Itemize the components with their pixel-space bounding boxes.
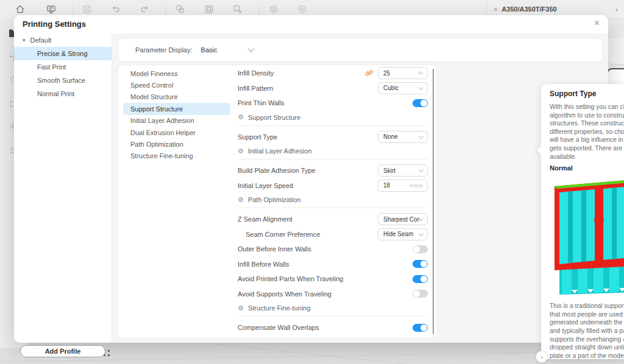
redo-icon[interactable] [139, 4, 150, 15]
collapse-right-panel-icon[interactable]: › [615, 5, 618, 14]
section-label: Structure Fine-tuning [248, 304, 311, 312]
nav-item-model-fineness[interactable]: Model Fineness [123, 68, 230, 79]
nav-item-dual-extrusion-helper[interactable]: Dual Extrusion Helper [123, 127, 230, 138]
setting-label: Avoid Printed Parts When Traveling [238, 275, 413, 282]
section-label: Support Structure [248, 114, 300, 121]
select-value: Skirt [383, 167, 395, 174]
toggle-knob [420, 261, 427, 267]
setting-label: Build Plate Adhesion Type [238, 167, 378, 174]
frame-select-icon[interactable] [204, 4, 214, 15]
setting-row-initial-layer-speed: Initial Layer Speed18mm/s [238, 178, 428, 194]
toggle-knob [420, 276, 427, 282]
z-seam-alignment-select[interactable]: Sharpest Corner [378, 213, 428, 225]
toggle-knob [420, 324, 427, 331]
outer-before-inner-walls-toggle[interactable] [413, 245, 428, 253]
parameter-display-value[interactable]: Basic [201, 46, 218, 54]
profile-group-default[interactable]: ▾ Default [14, 33, 112, 47]
setting-row-infill-pattern: Infill PatternCubic [238, 81, 428, 96]
tooltip-option-title: Normal [550, 164, 624, 172]
setting-label: Initial Layer Speed [238, 182, 378, 189]
avoid-printed-parts-when-traveling-toggle[interactable] [413, 275, 428, 283]
home-icon[interactable]: Home [15, 4, 26, 15]
tree-caret-icon[interactable]: ▾ [23, 37, 26, 43]
toolbar-divider [258, 4, 259, 14]
nav-item-structure-fine-tuning[interactable]: Structure Fine-tuning [123, 150, 230, 162]
background-panel-box [607, 37, 624, 65]
settings-card: Model FinenessSpeed ControlModel Structu… [118, 65, 438, 338]
add-profile-button[interactable]: Add Profile [20, 345, 105, 357]
machine-name: A350/A350T/F350 [502, 5, 557, 13]
unlink-icon[interactable] [365, 69, 374, 77]
nav-item-support-structure[interactable]: Support Structure [123, 103, 230, 114]
avoid-supports-when-traveling-toggle[interactable] [413, 290, 428, 298]
close-icon[interactable]: × [594, 18, 600, 28]
profile-list: Precise & StrongFast PrintSmooth Surface… [14, 47, 112, 100]
support-type-select[interactable]: None [378, 131, 428, 143]
undo-icon[interactable] [110, 4, 121, 15]
print-thin-walls-toggle[interactable] [413, 99, 428, 107]
setting-label: Z Seam Alignment [238, 215, 378, 223]
support-type-illustration [550, 173, 624, 297]
gear-icon: ⚙ [238, 197, 244, 203]
transform-icon[interactable] [232, 4, 243, 15]
build-plate-adhesion-type-select[interactable]: Skirt [378, 164, 428, 177]
profile-item-fast-print[interactable]: Fast Print [14, 60, 112, 74]
tooltip-arrow [537, 146, 545, 155]
compensate-wall-overlaps-toggle[interactable] [413, 324, 428, 332]
section-header-initial-layer-adhesion: ⚙Initial Layer Adhesion [238, 145, 428, 159]
language-icon[interactable] [268, 4, 279, 15]
setting-row-avoid-supports-when-traveling: Avoid Supports When Traveling [238, 287, 428, 302]
seam-corner-preference-select[interactable]: Hide Seam [378, 228, 428, 240]
setting-row-seam-corner-preference: Seam Corner PreferenceHide Seam [238, 227, 428, 242]
profile-item-smooth-surface[interactable]: Smooth Surface [14, 74, 112, 87]
save-icon[interactable] [82, 4, 93, 15]
settings-gear-icon[interactable] [297, 4, 308, 15]
gear-icon: ⚙ [238, 114, 244, 121]
setting-row-print-thin-walls: Print Thin Walls [238, 96, 428, 111]
select-value: Cubic [383, 85, 399, 91]
setting-row-outer-before-inner-walls: Outer Before Inner Walls [238, 242, 428, 257]
parameter-display-bar: Parameter Display: Basic [118, 38, 603, 62]
toolbar-divider [72, 4, 73, 14]
tooltip-intro: With this setting you can choose which a… [550, 103, 624, 161]
select-value: Sharpest Corner [383, 216, 420, 223]
toggle-knob [413, 246, 420, 253]
machine-status-dot [494, 8, 497, 11]
setting-label: Infill Before Walls [238, 261, 413, 268]
select-value: None [383, 133, 398, 140]
setting-label: Infill Density [238, 69, 365, 77]
workspace-icon[interactable] [46, 4, 57, 15]
infill-before-walls-toggle[interactable] [413, 260, 428, 268]
profile-item-normal-print[interactable]: Normal Print [14, 87, 112, 100]
chevron-down-icon [419, 231, 424, 236]
settings-rows: Infill Density25%Infill PatternCubicPrin… [238, 66, 428, 335]
setting-label: Infill Pattern [238, 85, 378, 92]
input-value: 25 [383, 70, 390, 77]
support-type-tooltip: Support Type With this setting you can c… [541, 84, 624, 359]
expand-tooltip-button[interactable]: › [536, 351, 548, 363]
profile-item-precise-strong[interactable]: Precise & Strong [14, 47, 112, 60]
profile-group-label: Default [30, 37, 52, 44]
input-unit: mm/s [410, 183, 423, 189]
nav-item-speed-control[interactable]: Speed Control [123, 79, 230, 91]
chevron-down-icon[interactable] [248, 45, 255, 52]
nav-item-path-optimization[interactable]: Path Optimization [123, 138, 230, 150]
setting-row-infill-before-walls: Infill Before Walls [238, 257, 428, 272]
setting-row-build-plate-adhesion-type: Build Plate Adhesion TypeSkirt [238, 163, 428, 178]
initial-layer-speed-input[interactable]: 18mm/s [378, 180, 428, 192]
setting-label: Avoid Supports When Traveling [238, 290, 413, 298]
nav-item-initial-layer-adhesion[interactable]: Initial Layer Adhesion [123, 115, 230, 127]
section-header-support-structure: ⚙Support Structure [238, 112, 428, 126]
infill-pattern-select[interactable]: Cubic [378, 82, 428, 94]
nav-item-model-structure[interactable]: Model Structure [123, 91, 230, 103]
dialog-body: Parameter Display: Basic Model FinenessS… [112, 33, 608, 343]
parameter-display-label: Parameter Display: [135, 46, 193, 54]
infill-density-input[interactable]: 25% [378, 67, 428, 79]
toggle-knob [420, 100, 427, 107]
setting-row-z-seam-alignment: Z Seam AlignmentSharpest Corner [238, 212, 428, 227]
chevron-down-icon [419, 85, 424, 90]
settings-scrollbar[interactable] [433, 69, 434, 334]
dialog-title: Printing Settings [23, 19, 86, 29]
group-icon[interactable] [175, 4, 186, 15]
toggle-knob [413, 290, 420, 297]
